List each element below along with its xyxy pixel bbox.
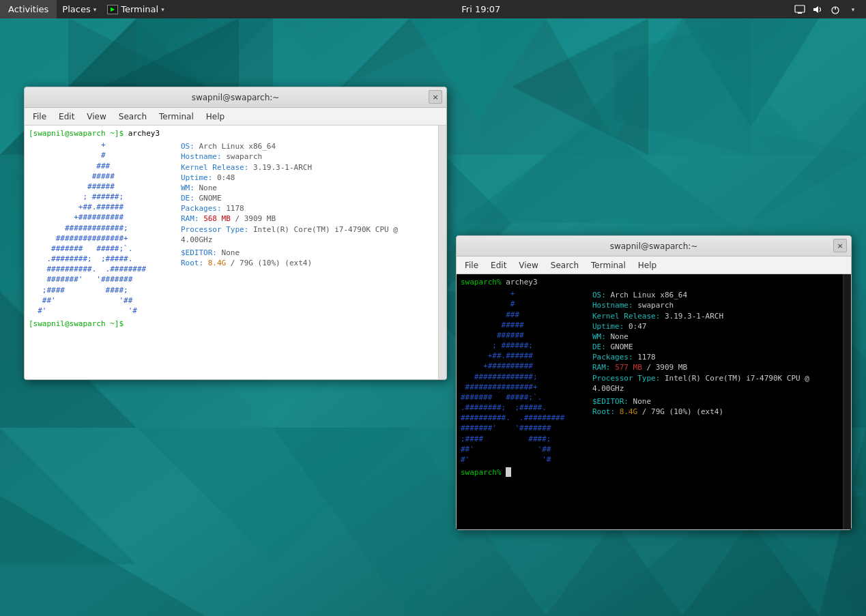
terminal-label: Terminal <box>121 4 158 14</box>
window1-menu-file[interactable]: File <box>27 111 52 123</box>
window2-menu-search[interactable]: Search <box>545 259 584 272</box>
svg-rect-0 <box>795 5 805 12</box>
window2-de: DE: GNOME <box>592 342 809 352</box>
window2-arch-logo: + # ### ##### ###### ; ######; +##.#####… <box>461 289 587 465</box>
window2-os: OS: Arch Linux x86_64 <box>592 290 809 300</box>
window2-editor: $EDITOR: None <box>592 396 809 407</box>
window1-menu-help[interactable]: Help <box>201 111 230 123</box>
power-dropdown-icon: ▾ <box>852 6 855 13</box>
window1-wm: WM: None <box>181 183 398 193</box>
window2-close-icon: × <box>837 241 843 250</box>
svg-rect-1 <box>798 12 802 14</box>
window2-root: Root: 8.4G / 79G (10%) (ext4) <box>592 407 809 417</box>
places-arrow-icon: ▾ <box>93 6 97 13</box>
window1-menu-view[interactable]: View <box>81 111 111 123</box>
window2-title: swapnil@swaparch:~ <box>610 241 698 251</box>
terminal-window-1: swapnil@swaparch:~ × File Edit View Sear… <box>24 87 447 380</box>
terminal-menu[interactable]: ▶ Terminal ▾ <box>102 0 169 18</box>
window2-packages: Packages: 1178 <box>592 352 809 362</box>
window1-kernel: Kernel Release: 3.19.3-1-ARCH <box>181 162 398 173</box>
terminal-window-2: swapnil@swaparch:~ × File Edit View Sear… <box>456 235 852 530</box>
window2-menubar: File Edit View Search Terminal Help <box>457 256 851 274</box>
window2-body: swaparch% archey3 + # ### ##### ###### ;… <box>457 274 851 529</box>
datetime-display: Fri 19:07 <box>170 4 792 14</box>
terminal-arrow-icon: ▾ <box>161 6 164 13</box>
system-tray: ▾ <box>792 2 866 17</box>
window2-processor: Processor Type: Intel(R) Core(TM) i7-479… <box>592 373 809 383</box>
window2-scrollbar[interactable] <box>843 274 851 529</box>
desktop: swapnil@swaparch:~ × File Edit View Sear… <box>0 18 866 616</box>
window1-menu-edit[interactable]: Edit <box>53 111 80 123</box>
window1-prompt1: [swapnil@swaparch ~]$ archey3 <box>29 128 434 138</box>
window2-menu-file[interactable]: File <box>459 259 484 272</box>
window2-menu-terminal[interactable]: Terminal <box>586 259 631 272</box>
cursor <box>506 467 511 477</box>
places-label: Places <box>62 4 90 14</box>
window1-prompt2: [swapnil@swaparch ~]$ <box>29 319 434 329</box>
window1-sysinfo: OS: Arch Linux x86_64 Hostname: swaparch… <box>181 140 398 316</box>
window2-archey-output: + # ### ##### ###### ; ######; +##.#####… <box>461 289 839 465</box>
window1-scrollbar[interactable] <box>438 126 446 379</box>
activities-label: Activities <box>8 4 48 14</box>
window1-processor-cont: 4.00GHz <box>181 235 398 245</box>
places-menu[interactable]: Places ▾ <box>57 0 102 18</box>
window1-uptime: Uptime: 0:48 <box>181 173 398 183</box>
window1-ram: RAM: 568 MB / 3909 MB <box>181 214 398 224</box>
window1-root: Root: 8.4G / 79G (10%) (ext4) <box>181 258 398 268</box>
window1-packages: Packages: 1178 <box>181 203 398 214</box>
screen-icon[interactable] <box>792 2 807 17</box>
window1-close-icon: × <box>432 93 438 102</box>
window2-menu-edit[interactable]: Edit <box>485 259 512 272</box>
window2-content[interactable]: swaparch% archey3 + # ### ##### ###### ;… <box>457 274 843 529</box>
window1-os: OS: Arch Linux x86_64 <box>181 141 398 151</box>
window2-prompt1: swaparch% archey3 <box>461 277 839 287</box>
window1-menubar: File Edit View Search Terminal Help <box>25 108 446 126</box>
svg-marker-2 <box>813 6 818 13</box>
window2-uptime: Uptime: 0:47 <box>592 321 809 332</box>
window2-ram: RAM: 577 MB / 3909 MB <box>592 362 809 372</box>
datetime-text: Fri 19:07 <box>461 4 500 14</box>
window2-sysinfo: OS: Arch Linux x86_64 Hostname: swaparch… <box>592 289 809 465</box>
window1-menu-terminal[interactable]: Terminal <box>154 111 199 123</box>
window1-close-button[interactable]: × <box>429 90 442 104</box>
window1-menu-search[interactable]: Search <box>113 111 152 123</box>
window2-titlebar[interactable]: swapnil@swaparch:~ × <box>457 236 851 256</box>
window1-content[interactable]: [swapnil@swaparch ~]$ archey3 + # ### ##… <box>25 126 438 379</box>
window2-wm: WM: None <box>592 332 809 342</box>
terminal-icon: ▶ <box>107 5 118 14</box>
power-icon[interactable] <box>828 2 843 17</box>
window2-kernel: Kernel Release: 3.19.3-1-ARCH <box>592 311 809 321</box>
window1-de: DE: GNOME <box>181 193 398 203</box>
window1-body: [swapnil@swaparch ~]$ archey3 + # ### ##… <box>25 126 446 379</box>
window1-processor: Processor Type: Intel(R) Core(TM) i7-479… <box>181 224 398 235</box>
window1-editor: $EDITOR: None <box>181 248 398 258</box>
window2-processor-cont: 4.00GHz <box>592 383 809 394</box>
power-arrow-icon[interactable]: ▾ <box>846 2 861 17</box>
topbar: Activities Places ▾ ▶ Terminal ▾ Fri 19:… <box>0 0 866 18</box>
window1-title: swapnil@swaparch:~ <box>192 93 280 102</box>
sound-icon[interactable] <box>810 2 825 17</box>
activities-button[interactable]: Activities <box>0 0 57 18</box>
window2-menu-view[interactable]: View <box>513 259 543 272</box>
window1-hostname: Hostname: swaparch <box>181 151 398 162</box>
window2-prompt2: swaparch% <box>461 467 839 478</box>
window1-titlebar[interactable]: swapnil@swaparch:~ × <box>25 87 446 108</box>
window2-close-button[interactable]: × <box>833 239 847 252</box>
window2-menu-help[interactable]: Help <box>633 259 662 272</box>
window2-hostname: Hostname: swaparch <box>592 300 809 310</box>
window1-archey-output: + # ### ##### ###### ; ######; +##.#####… <box>29 140 434 316</box>
window1-arch-logo: + # ### ##### ###### ; ######; +##.#####… <box>29 140 175 316</box>
